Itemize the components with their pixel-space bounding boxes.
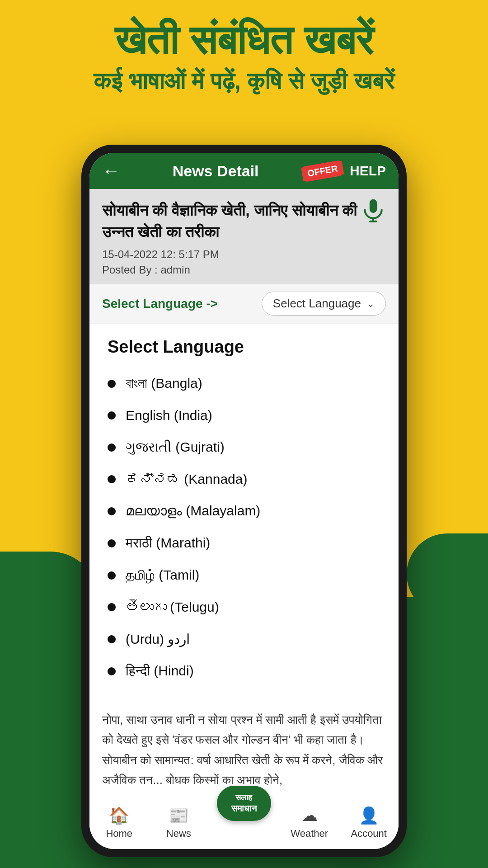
home-label: Home [106, 828, 132, 840]
language-selector-bar[interactable]: Select Language -> Select Language ⌄ [89, 284, 399, 323]
lang-option-malayalam[interactable]: മലയാളം (Malayalam) [108, 495, 380, 527]
nav-item-account[interactable]: 👤 Account [339, 806, 399, 840]
news-date: 15-04-2022 12: 5:17 PM [102, 248, 386, 261]
lang-dot-malayalam [108, 507, 116, 515]
lang-option-label-telugu: తెలుగు (Telugu) [126, 599, 219, 615]
bottom-nav: 🏠 Home 📰 News सलाह समाधान ☁ Weather [89, 799, 399, 849]
lang-option-english[interactable]: English (India) [108, 400, 380, 431]
phone-mockup: ← News Detail OFFER HELP सोयाबीन की वैज्… [81, 145, 407, 857]
lang-option-label-bangla: বাংলা (Bangla) [126, 376, 202, 392]
lang-dropdown-panel: Select Language বাংলা (Bangla) English (… [89, 323, 399, 701]
lang-dot-urdu [108, 635, 116, 643]
lang-dot-gujrati [108, 443, 116, 452]
news-author: Posted By : admin [102, 264, 386, 276]
body-text-area: नोपा, साथा उनाव धानी न सोया प्रश्न में स… [89, 701, 399, 799]
lang-option-label-english: English (India) [126, 408, 212, 423]
body-text: नोपा, साथा उनाव धानी न सोया प्रश्न में स… [102, 713, 383, 787]
nav-item-weather[interactable]: ☁ Weather [280, 806, 339, 840]
mic-icon[interactable] [361, 197, 386, 222]
offer-badge: OFFER [301, 160, 344, 182]
news-icon: 📰 [169, 806, 189, 825]
account-icon: 👤 [359, 806, 379, 825]
lang-option-label-hindi: हिन्दी (Hindi) [126, 663, 194, 679]
lang-option-label-gujrati: ગુજરાતી (Gujrati) [126, 439, 225, 455]
news-label: News [166, 828, 191, 840]
home-icon: 🏠 [109, 806, 129, 825]
account-label: Account [351, 828, 387, 840]
lang-dot-kannada [108, 475, 116, 483]
lang-option-telugu[interactable]: తెలుగు (Telugu) [108, 591, 380, 623]
lang-option-tamil[interactable]: தமிழ் (Tamil) [108, 559, 380, 591]
lang-option-label-kannada: ಕನ್ನಡ (Kannada) [126, 472, 247, 487]
center-btn-line1: सलाह [230, 793, 258, 803]
main-title: खेती संबंधित खबरें [0, 18, 488, 63]
lang-selector-label: Select Language -> [102, 297, 262, 311]
app-header: ← News Detail OFFER HELP [89, 153, 399, 189]
lang-option-marathi[interactable]: मराठी (Marathi) [108, 527, 380, 559]
lang-option-gujrati[interactable]: ગુજરાતી (Gujrati) [108, 431, 380, 463]
lang-option-urdu[interactable]: (Urdu) اردو [108, 623, 380, 655]
back-button[interactable]: ← [102, 162, 120, 180]
help-button[interactable]: HELP [350, 163, 386, 179]
lang-dropdown-button[interactable]: Select Language ⌄ [262, 292, 386, 316]
lang-dot-marathi [108, 539, 116, 547]
lang-option-hindi[interactable]: हिन्दी (Hindi) [108, 655, 380, 687]
chevron-down-icon: ⌄ [366, 298, 375, 310]
center-placeholder [243, 828, 245, 840]
lang-option-label-urdu: (Urdu) اردو [126, 631, 190, 647]
lang-dot-tamil [108, 571, 116, 580]
news-content-area: सोयाबीन की वैज्ञानिक खेती, जानिए सोयाबीन… [89, 189, 399, 284]
lang-option-bangla[interactable]: বাংলা (Bangla) [108, 368, 380, 400]
center-btn-line2: समाधान [230, 803, 258, 814]
phone-screen: ← News Detail OFFER HELP सोयाबीन की वैज्… [89, 153, 399, 849]
dropdown-title: Select Language [108, 337, 380, 357]
lang-option-kannada[interactable]: ಕನ್ನಡ (Kannada) [108, 463, 380, 495]
lang-dropdown-text: Select Language [273, 297, 361, 311]
nav-item-home[interactable]: 🏠 Home [89, 806, 149, 840]
center-salah-btn[interactable]: सलाह समाधान [217, 786, 271, 821]
nav-item-news[interactable]: 📰 News [149, 806, 209, 840]
nav-item-center[interactable]: सलाह समाधान [208, 806, 280, 840]
lang-dot-telugu [108, 603, 116, 611]
lang-dot-bangla [108, 380, 116, 388]
weather-label: Weather [291, 828, 328, 840]
sub-title: कई भाषाओं में पढ़ें, कृषि से जुड़ी खबरें [0, 67, 488, 95]
weather-icon: ☁ [301, 806, 318, 825]
header-title: News Detail [129, 162, 302, 180]
lang-option-label-malayalam: മലയാളം (Malayalam) [126, 503, 260, 519]
lang-dot-english [108, 411, 116, 420]
news-title: सोयाबीन की वैज्ञानिक खेती, जानिए सोयाबीन… [102, 200, 386, 243]
phone-mockup-wrapper: ← News Detail OFFER HELP सोयाबीन की वैज्… [81, 145, 407, 857]
svg-rect-0 [370, 199, 377, 213]
lang-option-label-marathi: मराठी (Marathi) [126, 535, 210, 551]
lang-option-label-tamil: தமிழ் (Tamil) [126, 567, 199, 583]
header-section: खेती संबंधित खबरें कई भाषाओं में पढ़ें, … [0, 18, 488, 95]
lang-dot-hindi [108, 667, 116, 675]
